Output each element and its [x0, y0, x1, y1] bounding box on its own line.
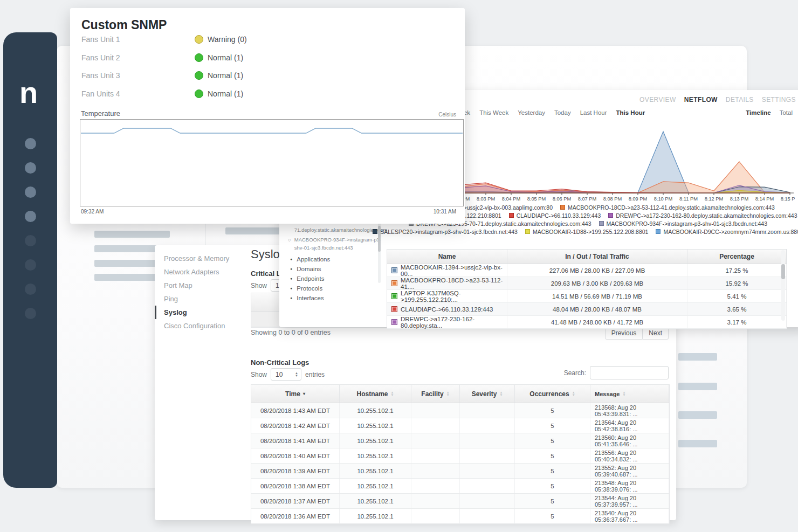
time-cell: 08/20/2018 1:37 AM EDT — [251, 494, 340, 508]
tree-item-interfaces[interactable]: ●Interfaces — [288, 293, 382, 303]
severity-cell — [460, 448, 515, 463]
column-header[interactable]: Name — [387, 250, 507, 264]
tree-item-applications[interactable]: ●Applications — [288, 254, 382, 264]
filter-this-hour[interactable]: This Hour — [616, 109, 645, 116]
bullet-icon: ● — [290, 267, 292, 271]
sidebar-menu-dot[interactable] — [25, 235, 36, 246]
sidebar-menu-dot[interactable] — [25, 186, 36, 198]
occurrences-cell: 5 — [515, 403, 590, 418]
column-header[interactable]: In / Out / Total Traffic — [507, 250, 687, 264]
legend-swatch-icon — [608, 213, 613, 218]
tree-item-domains[interactable]: ●Domains — [288, 264, 382, 274]
sidebar-menu-dot[interactable] — [25, 162, 36, 174]
tab-details[interactable]: DETAILS — [726, 96, 754, 103]
hostname-cell: 10.255.102.1 — [340, 509, 411, 523]
table-scrollbar[interactable] — [781, 250, 785, 321]
sort-desc-icon: ▾ — [303, 391, 305, 396]
app-sidebar: n — [3, 32, 57, 488]
noncritical-logs-heading: Non-Critical Logs — [251, 358, 309, 367]
custom-snmp-card: Custom SNMP Fans Unit 1Warning (0)Fans U… — [70, 8, 465, 224]
legend-label: MACBOOKAIR-D9CC->zoomnym74mmr.zoom.us:88… — [663, 229, 798, 235]
sidebar-item-network-adapters[interactable]: Network Adapters — [155, 265, 246, 279]
tab-overview[interactable]: OVERVIEW — [639, 96, 676, 103]
legend-item: SALESPC20->instagram-p3-shv-01-sjc3.fbcd… — [373, 229, 518, 235]
chart-end-time: 10:31 AM — [434, 209, 456, 215]
name-cell: MACBOOKAIR-1394->ussjc2-vip-bx-00... — [387, 264, 507, 277]
stepper-arrows-icon: ▲▼ — [295, 372, 298, 377]
filter-yesterday[interactable]: Yesterday — [518, 109, 545, 116]
severity-cell — [460, 509, 515, 523]
bullet-icon: ● — [290, 286, 292, 290]
filter-today[interactable]: Today — [554, 109, 571, 116]
device-tabs: OVERVIEWNETFLOWDETAILSSETTINGS — [639, 96, 796, 103]
name-cell: MACBOOKPRO-18CD->a23-53-112-41.... — [387, 277, 507, 289]
skeleton-line — [678, 440, 717, 447]
sort-icons: ▲▼ — [391, 391, 394, 397]
sidebar-menu-dot[interactable] — [25, 308, 36, 319]
sort-icons: ▲▼ — [622, 391, 625, 397]
temperature-chart-title: Temperature — [81, 109, 120, 118]
sidebar-item-processor-memory[interactable]: Processor & Memory — [155, 252, 246, 265]
filter-last-hour[interactable]: Last Hour — [580, 109, 607, 116]
message-cell: 213568: Aug 20 05:43:39.831: ... — [590, 403, 669, 418]
tab-settings[interactable]: SETTINGS — [762, 96, 796, 103]
facility-cell — [411, 494, 460, 508]
log-row: 08/20/2018 1:37 AM EDT10.255.102.1521354… — [251, 494, 669, 509]
column-header-message[interactable]: Message▲▼ — [590, 385, 669, 403]
noncritical-page-size-select[interactable]: 10 ▲▼ — [271, 368, 301, 381]
table-row[interactable]: CLAUDIAPC->66.110.33.129:44348.04 MB / 2… — [387, 303, 787, 316]
show-label: Show — [251, 371, 267, 378]
toggle-timeline[interactable]: Timeline — [746, 109, 771, 116]
legend-label: DREWPC->a172-230-162-80.deploy.static.ak… — [616, 212, 797, 219]
sidebar-menu-dot[interactable] — [25, 211, 36, 222]
search-input[interactable] — [590, 366, 669, 379]
sidebar-item-port-map[interactable]: Port Map — [155, 279, 246, 292]
table-row[interactable]: MACBOOKPRO-18CD->a23-53-112-41....209.63… — [387, 277, 787, 290]
column-header-hostname[interactable]: Hostname▲▼ — [340, 385, 411, 403]
table-row[interactable]: DREWPC->a172-230-162-80.deploy.sta...41.… — [387, 316, 787, 329]
tree-sub-item[interactable]: ○MACBOOKPRO-934F->instagram-p3-shv-01-sj… — [288, 236, 382, 252]
table-row[interactable]: MACBOOKAIR-1394->ussjc2-vip-bx-00...227.… — [387, 264, 787, 277]
sidebar-item-cisco-configuration[interactable]: Cisco Configuration — [155, 319, 246, 333]
percentage-cell: 3.65 % — [687, 303, 787, 315]
snmp-sensor-row: Fan Units 4Normal (1) — [81, 89, 453, 100]
temperature-unit-label: Celsius — [438, 112, 456, 118]
scrollbar-thumb[interactable] — [781, 264, 785, 279]
device-section-menu: Processor & MemoryNetwork AdaptersPort M… — [155, 252, 246, 333]
hostname-cell: 10.255.102.1 — [340, 448, 411, 463]
tree-item-protocols[interactable]: ●Protocols — [288, 284, 382, 293]
column-header-time[interactable]: Time▾ — [251, 385, 340, 403]
traffic-cell: 14.51 MB / 56.69 MB / 71.19 MB — [507, 290, 687, 302]
sensor-status: Warning (0) — [195, 35, 247, 44]
brand-logo: n — [19, 78, 38, 108]
sidebar-item-syslog[interactable]: Syslog — [155, 306, 246, 319]
tab-netflow[interactable]: NETFLOW — [684, 96, 718, 103]
toggle-total[interactable]: Total — [780, 109, 793, 116]
filter-this-week[interactable]: This Week — [479, 109, 508, 116]
sidebar-menu-dot[interactable] — [25, 284, 36, 295]
entries-label: entries — [305, 371, 325, 378]
sidebar-menu-dot[interactable] — [25, 138, 36, 149]
occurrences-cell: 5 — [515, 494, 590, 508]
traffic-cell: 48.04 MB / 28.00 KB / 48.07 MB — [507, 303, 687, 315]
column-header-severity[interactable]: Severity▲▼ — [460, 385, 515, 403]
netflow-traffic-table: NameIn / Out / Total TrafficPercentageMA… — [387, 249, 787, 329]
column-header[interactable]: Percentage — [687, 250, 787, 264]
column-header-occurrences[interactable]: Occurrences▲▼ — [515, 385, 590, 403]
tree-item-endpoints[interactable]: ●Endpoints — [288, 274, 382, 284]
table-header-row: Time▾Hostname▲▼Facility▲▼Severity▲▼Occur… — [251, 385, 669, 403]
axis-label: 8:03 PM — [477, 196, 496, 202]
legend-item: MACBOOKAIR-D9CC->zoomnym74mmr.zoom.us:88… — [656, 229, 798, 235]
header-label: Severity — [472, 390, 497, 398]
table-row[interactable]: LAPTOP-K3J7M0SQ->199.255.122.210:...14.5… — [387, 290, 787, 303]
legend-item: MACBOOKPRO-18CD->a23-53-112-41.deploy.st… — [560, 204, 775, 211]
table-summary: Showing 0 to 0 of 0 entries — [251, 329, 331, 336]
card-title: Custom SNMP — [81, 18, 167, 32]
column-header-facility[interactable]: Facility▲▼ — [411, 385, 460, 403]
tree-sub-label: MACBOOKPRO-934F->instagram-p3-shv-01-sjc… — [294, 236, 382, 252]
sidebar-menu-dot[interactable] — [25, 259, 36, 271]
legend-label: CLAUDIAPC->66.110.33.129:443 — [517, 212, 601, 219]
sidebar-item-ping[interactable]: Ping — [155, 292, 246, 306]
hostname-cell: 10.255.102.1 — [340, 403, 411, 418]
axis-label: 8:12 PM — [705, 196, 724, 202]
